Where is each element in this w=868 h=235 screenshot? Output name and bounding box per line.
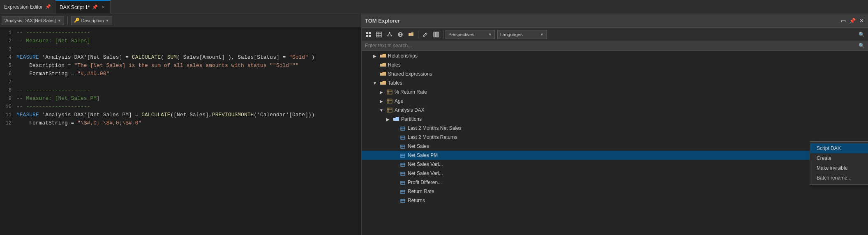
code-editor[interactable]: 1 -- -------------------- 2 -- Measure: …: [0, 27, 361, 235]
folder-icon-roles: [380, 62, 386, 68]
line-content-4: MEASURE 'Analysis DAX'[Net Sales] = CALC…: [15, 53, 361, 62]
perspectives-dropdown[interactable]: Perspectives ▼: [446, 30, 495, 39]
svg-rect-22: [387, 99, 392, 103]
tree-label-net-sales-pm: Net Sales PM: [408, 152, 438, 158]
tab-expression-editor[interactable]: Expression Editor 📌: [0, 0, 55, 14]
dax-script-tab-label: DAX Script 1*: [60, 5, 90, 10]
languages-label: Languages: [500, 32, 522, 37]
main-layout: 'Analysis DAX'[Net Sales] ▼ 🔑 Descriptio…: [0, 14, 868, 235]
toolbar-table-btn[interactable]: [374, 30, 384, 39]
line-content-10: -- --------------------: [15, 103, 361, 111]
tom-tree[interactable]: ▶ Relationships ▶ Roles ▶ Shared Express…: [362, 51, 868, 235]
description-selector[interactable]: 🔑 Description ▼: [71, 16, 112, 25]
tree-label-analysis-dax: Analysis DAX: [395, 107, 425, 113]
tree-item-partitions[interactable]: ▶ Partitions: [362, 115, 868, 124]
svg-rect-0: [366, 32, 368, 34]
measure-icon-profit-differen: [399, 179, 406, 186]
svg-rect-25: [387, 108, 392, 112]
line-number-9: 9: [0, 94, 15, 103]
svg-rect-3: [369, 35, 371, 37]
tree-item-tables[interactable]: ▼ Tables: [362, 78, 868, 88]
pin-window-icon[interactable]: 📌: [849, 18, 856, 24]
tab-dax-script[interactable]: DAX Script 1* 📌 ✕: [55, 0, 111, 14]
tree-item-net-sales-vari-2[interactable]: ▶ Net Sales Vari...: [362, 169, 868, 178]
tab-close-button[interactable]: ✕: [100, 4, 106, 10]
tree-item-relationships[interactable]: ▶ Relationships: [362, 51, 868, 60]
line-content-2: -- Measure: [Net Sales]: [15, 37, 361, 45]
expression-editor-panel: 'Analysis DAX'[Net Sales] ▼ 🔑 Descriptio…: [0, 14, 362, 235]
line-number-10: 10: [0, 103, 15, 111]
svg-line-11: [388, 33, 390, 35]
code-line-11: 11 MEASURE 'Analysis DAX'[Net Sales PM] …: [0, 111, 361, 119]
tree-label-partitions: Partitions: [401, 116, 422, 122]
code-line-2: 2 -- Measure: [Net Sales]: [0, 37, 361, 45]
expand-analysis-dax[interactable]: ▼: [378, 107, 385, 113]
code-line-8: 8 -- --------------------: [0, 86, 361, 94]
search-icon-btn[interactable]: 🔍: [859, 32, 865, 37]
code-line-4: 4 MEASURE 'Analysis DAX'[Net Sales] = CA…: [0, 53, 361, 62]
tom-toolbar: Perspectives ▼ Languages ▼ 🔍: [362, 28, 868, 41]
toolbar-edit-btn[interactable]: [420, 30, 430, 39]
tom-explorer-header: TOM Explorer ▭ 📌 ✕: [362, 14, 868, 28]
svg-rect-43: [401, 172, 405, 175]
context-menu-item-create[interactable]: Create ▶: [810, 153, 868, 163]
tree-item-age[interactable]: ▶ Age: [362, 97, 868, 106]
toolbar-sphere-btn[interactable]: [395, 30, 405, 39]
toolbar-folder-btn[interactable]: [406, 30, 416, 39]
expand-age[interactable]: ▶: [378, 98, 385, 104]
measure-selector-value: 'Analysis DAX'[Net Sales]: [5, 18, 56, 23]
context-menu-item-batch-rename[interactable]: Batch rename... F2: [810, 173, 868, 183]
svg-rect-19: [387, 90, 392, 94]
tree-item-profit-differen[interactable]: ▶ Profit Differen...: [362, 178, 868, 187]
editor-toolbar: 'Analysis DAX'[Net Sales] ▼ 🔑 Descriptio…: [0, 14, 361, 27]
svg-rect-37: [401, 154, 405, 157]
measure-selector[interactable]: 'Analysis DAX'[Net Sales] ▼: [2, 16, 64, 25]
expand-relationships[interactable]: ▶: [372, 53, 378, 59]
table-icon-analysis-dax: [386, 107, 393, 113]
line-number-5: 5: [0, 62, 15, 70]
table-icon-age: [386, 98, 393, 104]
toolbar-grid-btn[interactable]: [363, 30, 373, 39]
measure-icon-last2-returns: [399, 134, 406, 141]
tab-bar: Expression Editor 📌 DAX Script 1* 📌 ✕: [0, 0, 868, 14]
context-menu-item-script-dax[interactable]: Script DAX: [810, 143, 868, 153]
svg-rect-16: [434, 32, 435, 37]
svg-rect-1: [369, 32, 371, 34]
languages-dropdown[interactable]: Languages ▼: [497, 30, 547, 39]
toolbar-divider: [67, 16, 68, 25]
svg-rect-18: [437, 32, 439, 37]
description-label: Description: [81, 18, 104, 23]
close-window-icon[interactable]: ✕: [858, 18, 865, 24]
tree-item-return-rate[interactable]: ▶ Return Rate: [362, 187, 868, 196]
context-menu-label-create: Create: [817, 155, 868, 161]
table-icon-pct-return: [386, 89, 393, 95]
tree-item-shared-expressions[interactable]: ▶ Shared Expressions: [362, 69, 868, 78]
context-menu-item-make-invisible[interactable]: Make invisible Ctrl+I: [810, 163, 868, 173]
line-content-1: -- --------------------: [15, 29, 361, 37]
svg-rect-31: [401, 136, 405, 139]
tom-search-bar: 🔍: [362, 41, 868, 51]
tree-item-net-sales-pm[interactable]: ▶ Net Sales PM: [362, 151, 868, 160]
toolbar-hierarchy-btn[interactable]: [385, 30, 395, 39]
tree-item-pct-return-rate[interactable]: ▶ % Return Rate: [362, 88, 868, 97]
tree-item-last2-returns[interactable]: ▶ Last 2 Months Returns: [362, 133, 868, 142]
tree-item-roles[interactable]: ▶ Roles: [362, 60, 868, 69]
tree-item-analysis-dax[interactable]: ▼ Analysis DAX: [362, 106, 868, 115]
tree-label-return-rate: Return Rate: [408, 189, 434, 194]
search-input[interactable]: [365, 43, 859, 48]
tree-item-net-sales-vari-1[interactable]: ▶ Net Sales Vari...: [362, 160, 868, 169]
svg-rect-49: [401, 190, 405, 194]
expand-partitions[interactable]: ▶: [385, 116, 391, 122]
restore-icon[interactable]: ▭: [840, 18, 847, 24]
tree-item-returns[interactable]: ▶ Returns: [362, 196, 868, 205]
expand-pct-return-rate[interactable]: ▶: [378, 89, 385, 95]
tree-item-last2-net-sales[interactable]: ▶ Last 2 Months Net Sales: [362, 124, 868, 133]
tree-label-net-sales-vari-1: Net Sales Vari...: [408, 161, 443, 167]
expression-editor-tab-label: Expression Editor: [4, 4, 43, 10]
tree-label-roles: Roles: [388, 62, 401, 68]
tree-item-net-sales[interactable]: ▶ Net Sales: [362, 142, 868, 151]
expand-tables[interactable]: ▼: [372, 80, 378, 86]
toolbar-columns-btn[interactable]: [431, 30, 441, 39]
svg-rect-46: [401, 181, 405, 184]
svg-rect-40: [401, 163, 405, 166]
